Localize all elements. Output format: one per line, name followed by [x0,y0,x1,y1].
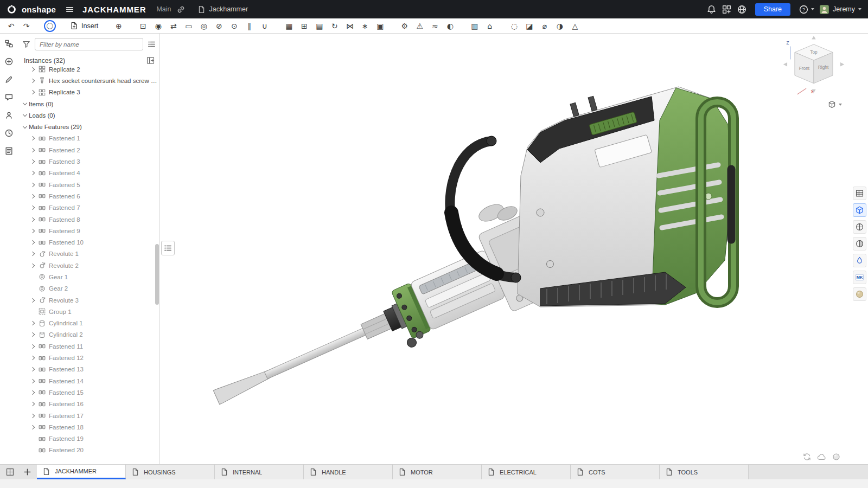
chevron-right-icon[interactable] [30,136,34,140]
ball-mate-icon[interactable]: ⊙ [227,20,241,32]
chevron-right-icon[interactable] [30,67,34,71]
edit-in-context-icon[interactable]: ◯ [44,20,56,32]
filter-input[interactable] [35,38,143,50]
configurations-icon[interactable]: ⚙ [398,20,411,32]
interference-check-icon[interactable]: ⚠ [413,20,426,32]
chevron-right-icon[interactable] [30,390,34,395]
tree-item-fastened-3[interactable]: Fastened 3 [17,156,159,167]
tab-motor[interactable]: MOTOR [393,465,482,479]
revolute-mate-icon[interactable]: ◉ [151,20,165,32]
mcmaster-catalog-button[interactable]: MK [853,271,866,284]
named-positions-icon[interactable]: ⌂ [483,20,496,32]
tree-item-fastened-17[interactable]: Fastened 17 [17,410,159,421]
planar-mate-icon[interactable]: ▭ [182,20,195,32]
chevron-right-icon[interactable] [30,263,34,267]
tab-handle[interactable]: HANDLE [304,465,393,479]
app-grid-icon[interactable] [722,4,732,15]
chevron-right-icon[interactable] [30,194,34,198]
jackhammer-model[interactable] [161,34,868,464]
chevron-right-icon[interactable] [30,229,34,233]
tree-item-fastened-2[interactable]: Fastened 2 [17,144,159,156]
viewcube-front-label[interactable]: Front [799,66,810,71]
thread-tool-icon[interactable]: ≈ [428,20,442,32]
render-mode-icon[interactable] [832,452,841,461]
document-tab[interactable]: Jackhammer [197,5,248,14]
help-menu[interactable]: ? [799,4,814,15]
tree-item-gear-2[interactable]: Gear 2 [17,283,159,294]
chevron-right-icon[interactable] [30,402,34,406]
language-globe-icon[interactable] [737,4,747,15]
chevron-right-icon[interactable] [30,159,34,164]
material-sphere-button[interactable] [853,287,866,301]
tree-item-gear-1[interactable]: Gear 1 [17,271,159,282]
insert-button[interactable]: Insert [67,20,101,33]
tree-item-loads-0[interactable]: Loads (0) [17,110,159,121]
tree-item-hex-socket-countersunk-head-screw-m[interactable]: Hex socket countersunk head screw M... [17,75,159,86]
parallel-relation-icon[interactable]: ∥ [242,20,256,32]
chevron-right-icon[interactable] [30,378,34,383]
view-cube[interactable]: Top Front Right Z X [781,36,846,102]
chevron-right-icon[interactable] [30,298,34,302]
tree-item-items-0[interactable]: Items (0) [17,98,159,110]
chevron-right-icon[interactable] [30,182,34,187]
insert-tool-button[interactable] [3,55,15,67]
tree-item-fastened-1[interactable]: Fastened 1 [17,133,159,144]
snapshot-tool-icon[interactable]: ▣ [373,20,387,32]
replicate-tool-icon[interactable]: ⊞ [297,20,311,32]
user-menu[interactable]: Jeremy [819,4,861,15]
scrollbar-thumb[interactable] [155,244,159,305]
isolate-tool-icon[interactable]: ◌ [507,20,521,32]
tree-item-fastened-11[interactable]: Fastened 11 [17,341,159,352]
tree-item-revolute-3[interactable]: Revolute 3 [17,294,159,306]
tree-item-cylindrical-1[interactable]: Cylindrical 1 [17,318,159,329]
mirror-tool-icon[interactable]: ⋈ [343,20,356,32]
chevron-down-icon[interactable] [22,124,27,128]
link-icon[interactable] [176,5,186,14]
tree-item-fastened-15[interactable]: Fastened 15 [17,387,159,398]
tree-item-fastened-12[interactable]: Fastened 12 [17,352,159,363]
display-states-icon[interactable]: ◐ [443,20,457,32]
rotate-left-arrow-icon[interactable] [783,62,787,66]
chevron-right-icon[interactable] [30,217,34,221]
chevron-right-icon[interactable] [30,252,34,256]
assembly-structure-button[interactable] [3,37,15,49]
bom-table-button[interactable] [853,187,866,200]
hide-others-icon[interactable]: △ [568,20,582,32]
tree-item-fastened-5[interactable]: Fastened 5 [17,179,159,190]
filter-icon[interactable] [22,40,31,49]
follow-mode-button[interactable] [3,109,15,121]
chevron-right-icon[interactable] [30,344,34,349]
undo-icon[interactable]: ↶ [4,20,18,32]
sync-status-icon[interactable] [802,452,812,461]
viewport-3d[interactable]: Top Front Right Z X MK [161,34,868,464]
chevron-right-icon[interactable] [30,206,34,210]
chevron-right-icon[interactable] [30,356,34,360]
tree-scrollbar[interactable] [155,60,159,462]
comment-button[interactable] [3,91,15,103]
mate-connectors-button[interactable] [853,220,866,234]
cylindrical-mate-icon[interactable]: ◎ [197,20,210,32]
chevron-right-icon[interactable] [30,413,34,418]
view-cube-menu[interactable] [827,100,842,109]
rotate-right-arrow-icon[interactable] [840,62,844,66]
tab-manager-button[interactable] [4,467,15,478]
tree-item-fastened-14[interactable]: Fastened 14 [17,375,159,387]
tree-item-fastened-16[interactable]: Fastened 16 [17,399,159,410]
share-button[interactable]: Share [755,3,790,16]
tangent-relation-icon[interactable]: ∪ [258,20,271,32]
section-view-icon[interactable]: ◪ [522,20,536,32]
create-tab-button[interactable] [22,467,33,478]
main-menu-icon[interactable] [65,5,74,14]
chevron-right-icon[interactable] [30,79,34,83]
tree-item-fastened-19[interactable]: Fastened 19 [17,433,159,445]
cloud-status-icon[interactable] [817,452,826,461]
tab-jackhammer[interactable]: JACKHAMMER [37,465,126,479]
redo-icon[interactable]: ↷ [20,20,33,32]
chevron-right-icon[interactable] [30,367,34,371]
tree-item-fastened-10[interactable]: Fastened 10 [17,236,159,248]
history-button[interactable] [3,127,15,139]
rotate-up-arrow-icon[interactable] [812,36,815,39]
tree-item-fastened-13[interactable]: Fastened 13 [17,364,159,375]
bom-flyout-icon[interactable]: ▥ [468,20,481,32]
chevron-right-icon[interactable] [30,147,34,152]
